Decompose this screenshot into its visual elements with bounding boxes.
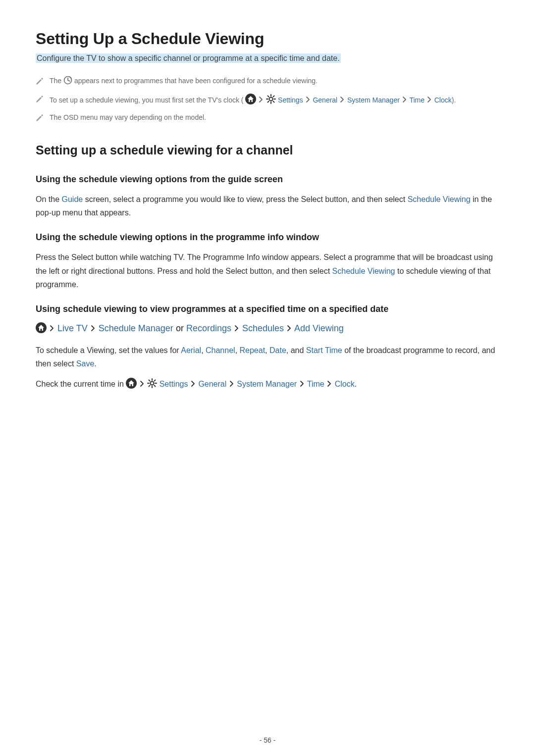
path-clock: Clock [335, 380, 355, 388]
path-schedule-manager: Schedule Manager [99, 323, 173, 333]
note-item: To set up a schedule viewing, you must f… [36, 94, 499, 108]
path-system-manager: System Manager [237, 380, 297, 388]
chevron-right-icon [339, 96, 345, 103]
chevron-right-icon [427, 96, 432, 103]
home-icon [245, 94, 256, 108]
path-add-viewing: Add Viewing [294, 323, 344, 333]
chevron-right-icon [139, 380, 145, 387]
link-schedule-viewing: Schedule Viewing [332, 267, 395, 275]
path-settings: Settings [160, 380, 188, 388]
subsection-heading: Using schedule viewing to view programme… [36, 304, 499, 314]
text-fragment: screen, select a programme you would lik… [83, 195, 407, 203]
home-icon [126, 378, 137, 393]
subsection-heading: Using the schedule viewing options from … [36, 174, 499, 185]
text-fragment: . [355, 380, 357, 388]
path-recordings: Recordings [186, 323, 231, 333]
text-fragment: , and [286, 346, 306, 354]
link-guide: Guide [61, 195, 83, 203]
navigation-path: Live TV Schedule Manager or Recordings S… [36, 322, 499, 336]
subsection-heading: Using the schedule viewing options in th… [36, 232, 499, 243]
section-heading: Setting up a schedule viewing for a chan… [36, 143, 499, 157]
note-item: The OSD menu may vary depending on the m… [36, 112, 499, 125]
chevron-right-icon [258, 96, 264, 103]
note-text: The OSD menu may vary depending on the m… [50, 112, 499, 123]
chevron-right-icon [229, 380, 235, 387]
subtitle-text: Configure the TV to show a specific chan… [36, 53, 341, 63]
param-date: Date [269, 346, 286, 354]
chevron-right-icon [234, 325, 240, 332]
note-text-fragment: ). [452, 96, 456, 104]
note-text-fragment: The [50, 77, 63, 85]
path-clock: Clock [434, 96, 452, 104]
text-fragment: On the [36, 195, 61, 203]
chevron-right-icon [299, 380, 305, 387]
path-system-manager: System Manager [347, 96, 400, 104]
body-paragraph: Check the current time in Settings Gener… [36, 377, 499, 393]
path-time: Time [307, 380, 324, 388]
text-fragment: , [235, 346, 240, 354]
body-paragraph: On the Guide screen, select a programme … [36, 193, 499, 219]
chevron-right-icon [286, 325, 292, 332]
text-fragment: , [265, 346, 269, 354]
path-schedules: Schedules [242, 323, 284, 333]
page-subtitle: Configure the TV to show a specific chan… [36, 54, 499, 63]
note-text-fragment: appears next to programmes that have bee… [74, 77, 318, 85]
gear-icon [147, 378, 157, 392]
body-paragraph: To schedule a Viewing, set the values fo… [36, 344, 499, 370]
text-or: or [173, 323, 186, 333]
home-icon [36, 322, 47, 336]
path-general: General [198, 380, 226, 388]
gear-icon [266, 94, 276, 107]
param-repeat: Repeat [240, 346, 266, 354]
text-fragment: . [94, 359, 96, 368]
path-general: General [313, 96, 337, 104]
link-schedule-viewing: Schedule Viewing [408, 195, 471, 203]
action-save: Save [76, 359, 94, 368]
path-live-tv: Live TV [57, 323, 88, 333]
path-time: Time [409, 96, 425, 104]
pencil-icon [36, 113, 44, 125]
page-number: - 56 - [0, 736, 535, 744]
note-text-fragment: To set up a schedule viewing, you must f… [50, 96, 243, 104]
note-item: The appears next to programmes that have… [36, 76, 499, 89]
pencil-icon [36, 94, 44, 106]
pencil-icon [36, 76, 44, 89]
note-text: To set up a schedule viewing, you must f… [50, 94, 499, 108]
chevron-right-icon [305, 96, 311, 103]
text-fragment: Check the current time in [36, 380, 126, 388]
schedule-clock-icon [63, 76, 72, 88]
path-settings: Settings [278, 96, 303, 104]
param-aerial: Aerial [181, 346, 201, 354]
note-text: The appears next to programmes that have… [50, 76, 499, 88]
text-fragment: , [201, 346, 206, 354]
chevron-right-icon [90, 325, 96, 332]
page-title: Setting Up a Schedule Viewing [36, 30, 499, 48]
param-channel: Channel [206, 346, 235, 354]
body-paragraph: Press the Select button while watching T… [36, 251, 499, 291]
text-fragment: To schedule a Viewing, set the values fo… [36, 346, 181, 354]
param-start-time: Start Time [306, 346, 342, 354]
chevron-right-icon [190, 380, 196, 387]
chevron-right-icon [402, 96, 408, 103]
chevron-right-icon [326, 380, 332, 387]
chevron-right-icon [49, 325, 55, 332]
